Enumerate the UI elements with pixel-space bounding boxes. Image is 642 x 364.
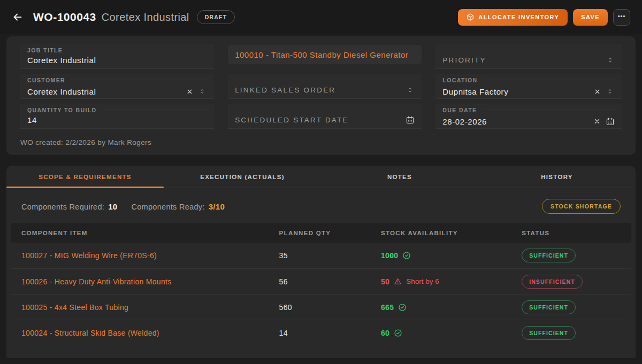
stock-value: 665 (381, 303, 394, 312)
quantity-to-build-label: QUANTITY TO BUILD (27, 107, 97, 113)
job-title-field[interactable]: JOB TITLE Coretex Industrial (20, 44, 214, 69)
shortage-note: Short by 6 (406, 277, 439, 285)
field-divider (483, 80, 616, 80)
table-row: 100027 - MIG Welding Wire (ER70S-6) 35 1… (11, 243, 631, 268)
customer-label: CUSTOMER (27, 77, 65, 83)
field-divider (102, 110, 209, 110)
top-bar: WO-100043 Coretex Industrial DRAFT ALLOC… (0, 0, 642, 34)
field-divider (71, 80, 209, 80)
ellipsis-icon: ••• (618, 13, 626, 19)
check-circle-icon (398, 303, 407, 312)
tab-bar: SCOPE & REQUIREMENTS EXECUTION (ACTUALS)… (6, 166, 636, 188)
tab-scope-requirements[interactable]: SCOPE & REQUIREMENTS (6, 166, 164, 188)
status-badge: SUFFICIENT (522, 300, 576, 314)
warning-triangle-icon (394, 277, 402, 285)
field-divider (482, 110, 616, 110)
wo-number: WO-100043 (33, 11, 96, 24)
stock-availability: 665 (381, 303, 522, 312)
clear-icon[interactable] (183, 86, 196, 97)
linked-sales-order-select[interactable]: LINKED SALES ORDER (228, 74, 422, 99)
components-required-label: Components Required: (21, 203, 104, 211)
work-order-form: JOB TITLE Coretex Industrial 100010 - Ti… (20, 44, 622, 129)
col-planned-qty: PLANNED QTY (279, 230, 381, 236)
status-badge: SUFFICIENT (522, 249, 576, 262)
status-badge: SUFFICIENT (522, 326, 576, 340)
components-summary: Components Required: 10 Components Ready… (21, 200, 621, 212)
quantity-to-build-value: 14 (27, 115, 209, 125)
stock-value: 1000 (381, 251, 398, 260)
tab-execution-actuals[interactable]: EXECUTION (ACTUALS) (164, 166, 321, 188)
component-item-link[interactable]: 100026 - Heavy Duty Anti-Vibration Mount… (21, 277, 279, 286)
chevron-updown-icon[interactable] (603, 86, 616, 97)
planned-qty: 560 (279, 303, 381, 312)
due-date-field[interactable]: DUE DATE 28-02-2026 (435, 104, 622, 129)
quantity-to-build-field[interactable]: QUANTITY TO BUILD 14 (20, 104, 214, 129)
package-icon (467, 13, 474, 21)
col-component-item: COMPONENT ITEM (21, 230, 279, 236)
allocate-inventory-button[interactable]: ALLOCATE INVENTORY (458, 9, 568, 26)
allocate-inventory-label: ALLOCATE INVENTORY (478, 14, 559, 20)
location-field[interactable]: LOCATION Dupnitsa Factory (435, 74, 622, 99)
calendar-icon[interactable] (603, 115, 616, 127)
component-item-link[interactable]: 100025 - 4x4 Steel Box Tubing (21, 303, 279, 312)
chevron-updown-icon[interactable] (603, 54, 616, 66)
scheduled-start-date-field[interactable]: SCHEDULED START DATE (228, 104, 422, 129)
components-ready-label: Components Ready: (131, 203, 204, 211)
tab-history[interactable]: HISTORY (478, 166, 636, 188)
work-order-screen: WO-100043 Coretex Industrial DRAFT ALLOC… (0, 0, 642, 364)
table-row: 100026 - Heavy Duty Anti-Vibration Mount… (11, 268, 631, 294)
field-divider (68, 50, 209, 50)
stock-shortage-badge: STOCK SHORTAGE (542, 199, 621, 214)
planned-qty: 56 (279, 277, 381, 286)
table-row: 100025 - 4x4 Steel Box Tubing 560 665 SU… (11, 294, 631, 320)
check-circle-icon (402, 251, 411, 260)
chevron-updown-icon[interactable] (403, 84, 416, 96)
calendar-icon[interactable] (403, 114, 416, 126)
scheduled-start-date-placeholder: SCHEDULED START DATE (235, 116, 403, 124)
more-options-button[interactable]: ••• (613, 9, 630, 26)
top-bar-actions: ALLOCATE INVENTORY SAVE ••• (458, 9, 630, 26)
components-ready-value: 3/10 (209, 202, 225, 211)
table-header-row: COMPONENT ITEM PLANNED QTY STOCK AVAILAB… (11, 223, 631, 243)
save-label: SAVE (581, 14, 600, 20)
check-circle-icon (394, 329, 402, 337)
due-date-value: 28-02-2026 (442, 117, 591, 126)
linked-sales-order-placeholder: LINKED SALES ORDER (235, 86, 403, 94)
planned-qty: 35 (279, 251, 381, 260)
stock-availability: 1000 (381, 251, 522, 260)
product-field: 100010 - Titan-500 Standby Diesel Genera… (228, 44, 422, 69)
location-value: Dupnitsa Factory (442, 87, 591, 96)
components-required-value: 10 (108, 202, 117, 211)
stock-value: 60 (381, 329, 389, 337)
tab-notes[interactable]: NOTES (321, 166, 478, 188)
arrow-left-icon (12, 11, 24, 23)
priority-select[interactable]: PRIORITY (435, 44, 622, 69)
priority-placeholder: PRIORITY (442, 56, 603, 64)
components-table: COMPONENT ITEM PLANNED QTY STOCK AVAILAB… (11, 223, 631, 345)
requirements-card: SCOPE & REQUIREMENTS EXECUTION (ACTUALS)… (6, 166, 636, 358)
back-button[interactable] (12, 11, 24, 23)
stock-availability: 50 Short by 6 (381, 277, 522, 286)
component-item-link[interactable]: 100024 - Structural Skid Base (Welded) (21, 329, 279, 337)
table-row: 100024 - Structural Skid Base (Welded) 1… (11, 320, 631, 345)
col-stock-availability: STOCK AVAILABILITY (381, 230, 522, 236)
created-note: WO created: 2/2/2026 by Mark Rogers (20, 138, 622, 146)
job-title-value: Coretex Industrial (27, 56, 209, 65)
stock-availability: 60 (381, 329, 522, 337)
stock-value: 50 (381, 277, 389, 286)
clear-icon[interactable] (591, 86, 603, 97)
status-badge: INSUFFICIENT (522, 275, 583, 289)
location-label: LOCATION (442, 77, 477, 83)
save-button[interactable]: SAVE (573, 9, 608, 26)
product-value[interactable]: 100010 - Titan-500 Standby Diesel Genera… (228, 45, 422, 64)
status-badge: DRAFT (197, 10, 235, 24)
chevron-updown-icon[interactable] (196, 86, 209, 97)
clear-icon[interactable] (591, 115, 603, 127)
due-date-label: DUE DATE (442, 107, 477, 113)
wo-title: Coretex Industrial (102, 11, 189, 24)
planned-qty: 14 (279, 329, 381, 337)
customer-value: Coretex Industrial (27, 87, 183, 96)
customer-field[interactable]: CUSTOMER Coretex Industrial (20, 74, 214, 99)
component-item-link[interactable]: 100027 - MIG Welding Wire (ER70S-6) (21, 251, 279, 260)
col-status: STATUS (522, 230, 621, 236)
